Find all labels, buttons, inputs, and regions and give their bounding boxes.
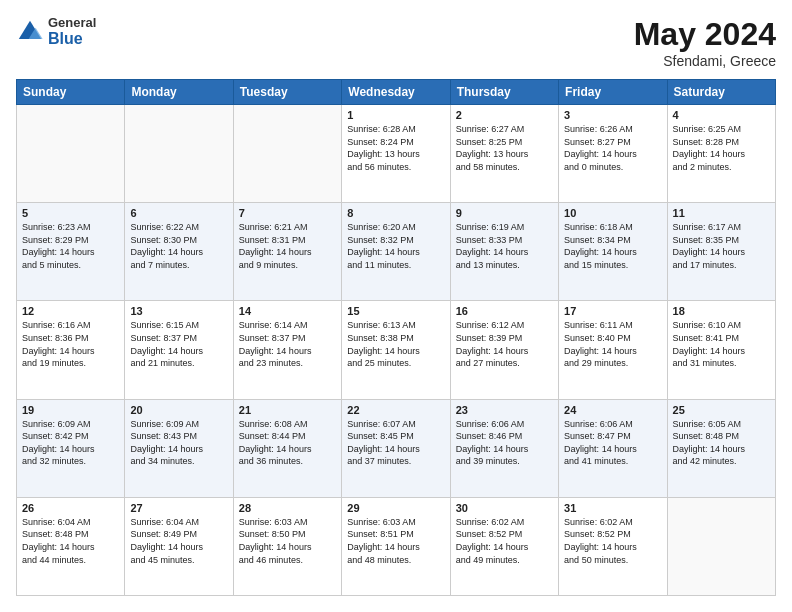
table-row: 9Sunrise: 6:19 AM Sunset: 8:33 PM Daylig…	[450, 203, 558, 301]
location: Sfendami, Greece	[634, 53, 776, 69]
table-row: 20Sunrise: 6:09 AM Sunset: 8:43 PM Dayli…	[125, 399, 233, 497]
day-info: Sunrise: 6:20 AM Sunset: 8:32 PM Dayligh…	[347, 221, 444, 271]
table-row: 6Sunrise: 6:22 AM Sunset: 8:30 PM Daylig…	[125, 203, 233, 301]
table-row: 2Sunrise: 6:27 AM Sunset: 8:25 PM Daylig…	[450, 105, 558, 203]
day-info: Sunrise: 6:07 AM Sunset: 8:45 PM Dayligh…	[347, 418, 444, 468]
table-row: 19Sunrise: 6:09 AM Sunset: 8:42 PM Dayli…	[17, 399, 125, 497]
day-info: Sunrise: 6:18 AM Sunset: 8:34 PM Dayligh…	[564, 221, 661, 271]
table-row: 24Sunrise: 6:06 AM Sunset: 8:47 PM Dayli…	[559, 399, 667, 497]
table-row: 28Sunrise: 6:03 AM Sunset: 8:50 PM Dayli…	[233, 497, 341, 595]
col-monday: Monday	[125, 80, 233, 105]
day-number: 13	[130, 305, 227, 317]
day-number: 11	[673, 207, 770, 219]
day-info: Sunrise: 6:28 AM Sunset: 8:24 PM Dayligh…	[347, 123, 444, 173]
day-number: 14	[239, 305, 336, 317]
col-wednesday: Wednesday	[342, 80, 450, 105]
table-row: 1Sunrise: 6:28 AM Sunset: 8:24 PM Daylig…	[342, 105, 450, 203]
day-number: 19	[22, 404, 119, 416]
calendar-week-row: 1Sunrise: 6:28 AM Sunset: 8:24 PM Daylig…	[17, 105, 776, 203]
day-info: Sunrise: 6:09 AM Sunset: 8:43 PM Dayligh…	[130, 418, 227, 468]
day-info: Sunrise: 6:10 AM Sunset: 8:41 PM Dayligh…	[673, 319, 770, 369]
table-row: 27Sunrise: 6:04 AM Sunset: 8:49 PM Dayli…	[125, 497, 233, 595]
day-number: 5	[22, 207, 119, 219]
col-sunday: Sunday	[17, 80, 125, 105]
day-info: Sunrise: 6:06 AM Sunset: 8:46 PM Dayligh…	[456, 418, 553, 468]
table-row: 17Sunrise: 6:11 AM Sunset: 8:40 PM Dayli…	[559, 301, 667, 399]
day-number: 9	[456, 207, 553, 219]
calendar-week-row: 12Sunrise: 6:16 AM Sunset: 8:36 PM Dayli…	[17, 301, 776, 399]
day-number: 23	[456, 404, 553, 416]
day-info: Sunrise: 6:08 AM Sunset: 8:44 PM Dayligh…	[239, 418, 336, 468]
day-info: Sunrise: 6:09 AM Sunset: 8:42 PM Dayligh…	[22, 418, 119, 468]
calendar-week-row: 19Sunrise: 6:09 AM Sunset: 8:42 PM Dayli…	[17, 399, 776, 497]
table-row: 8Sunrise: 6:20 AM Sunset: 8:32 PM Daylig…	[342, 203, 450, 301]
table-row: 7Sunrise: 6:21 AM Sunset: 8:31 PM Daylig…	[233, 203, 341, 301]
day-info: Sunrise: 6:19 AM Sunset: 8:33 PM Dayligh…	[456, 221, 553, 271]
calendar-header-row: Sunday Monday Tuesday Wednesday Thursday…	[17, 80, 776, 105]
day-number: 17	[564, 305, 661, 317]
day-info: Sunrise: 6:11 AM Sunset: 8:40 PM Dayligh…	[564, 319, 661, 369]
table-row: 23Sunrise: 6:06 AM Sunset: 8:46 PM Dayli…	[450, 399, 558, 497]
table-row	[667, 497, 775, 595]
logo: General Blue	[16, 16, 96, 48]
table-row: 15Sunrise: 6:13 AM Sunset: 8:38 PM Dayli…	[342, 301, 450, 399]
day-number: 6	[130, 207, 227, 219]
day-info: Sunrise: 6:21 AM Sunset: 8:31 PM Dayligh…	[239, 221, 336, 271]
header: General Blue May 2024 Sfendami, Greece	[16, 16, 776, 69]
day-info: Sunrise: 6:23 AM Sunset: 8:29 PM Dayligh…	[22, 221, 119, 271]
day-info: Sunrise: 6:15 AM Sunset: 8:37 PM Dayligh…	[130, 319, 227, 369]
day-info: Sunrise: 6:17 AM Sunset: 8:35 PM Dayligh…	[673, 221, 770, 271]
col-friday: Friday	[559, 80, 667, 105]
table-row: 12Sunrise: 6:16 AM Sunset: 8:36 PM Dayli…	[17, 301, 125, 399]
day-info: Sunrise: 6:16 AM Sunset: 8:36 PM Dayligh…	[22, 319, 119, 369]
day-number: 25	[673, 404, 770, 416]
page: General Blue May 2024 Sfendami, Greece S…	[0, 0, 792, 612]
table-row: 26Sunrise: 6:04 AM Sunset: 8:48 PM Dayli…	[17, 497, 125, 595]
day-info: Sunrise: 6:12 AM Sunset: 8:39 PM Dayligh…	[456, 319, 553, 369]
table-row: 31Sunrise: 6:02 AM Sunset: 8:52 PM Dayli…	[559, 497, 667, 595]
table-row: 4Sunrise: 6:25 AM Sunset: 8:28 PM Daylig…	[667, 105, 775, 203]
table-row: 21Sunrise: 6:08 AM Sunset: 8:44 PM Dayli…	[233, 399, 341, 497]
calendar-week-row: 26Sunrise: 6:04 AM Sunset: 8:48 PM Dayli…	[17, 497, 776, 595]
table-row	[125, 105, 233, 203]
table-row: 30Sunrise: 6:02 AM Sunset: 8:52 PM Dayli…	[450, 497, 558, 595]
day-number: 10	[564, 207, 661, 219]
day-info: Sunrise: 6:02 AM Sunset: 8:52 PM Dayligh…	[456, 516, 553, 566]
day-number: 26	[22, 502, 119, 514]
col-saturday: Saturday	[667, 80, 775, 105]
day-info: Sunrise: 6:22 AM Sunset: 8:30 PM Dayligh…	[130, 221, 227, 271]
day-number: 20	[130, 404, 227, 416]
table-row: 5Sunrise: 6:23 AM Sunset: 8:29 PM Daylig…	[17, 203, 125, 301]
table-row: 10Sunrise: 6:18 AM Sunset: 8:34 PM Dayli…	[559, 203, 667, 301]
day-number: 16	[456, 305, 553, 317]
day-info: Sunrise: 6:03 AM Sunset: 8:50 PM Dayligh…	[239, 516, 336, 566]
table-row: 25Sunrise: 6:05 AM Sunset: 8:48 PM Dayli…	[667, 399, 775, 497]
table-row: 14Sunrise: 6:14 AM Sunset: 8:37 PM Dayli…	[233, 301, 341, 399]
table-row	[233, 105, 341, 203]
table-row: 29Sunrise: 6:03 AM Sunset: 8:51 PM Dayli…	[342, 497, 450, 595]
day-number: 31	[564, 502, 661, 514]
day-number: 7	[239, 207, 336, 219]
title-area: May 2024 Sfendami, Greece	[634, 16, 776, 69]
col-thursday: Thursday	[450, 80, 558, 105]
day-number: 27	[130, 502, 227, 514]
day-number: 1	[347, 109, 444, 121]
table-row: 22Sunrise: 6:07 AM Sunset: 8:45 PM Dayli…	[342, 399, 450, 497]
col-tuesday: Tuesday	[233, 80, 341, 105]
day-info: Sunrise: 6:25 AM Sunset: 8:28 PM Dayligh…	[673, 123, 770, 173]
day-number: 18	[673, 305, 770, 317]
logo-icon	[16, 18, 44, 46]
day-number: 15	[347, 305, 444, 317]
day-number: 4	[673, 109, 770, 121]
calendar-week-row: 5Sunrise: 6:23 AM Sunset: 8:29 PM Daylig…	[17, 203, 776, 301]
day-number: 24	[564, 404, 661, 416]
day-number: 22	[347, 404, 444, 416]
calendar-table: Sunday Monday Tuesday Wednesday Thursday…	[16, 79, 776, 596]
day-info: Sunrise: 6:04 AM Sunset: 8:48 PM Dayligh…	[22, 516, 119, 566]
day-info: Sunrise: 6:06 AM Sunset: 8:47 PM Dayligh…	[564, 418, 661, 468]
day-info: Sunrise: 6:26 AM Sunset: 8:27 PM Dayligh…	[564, 123, 661, 173]
day-info: Sunrise: 6:27 AM Sunset: 8:25 PM Dayligh…	[456, 123, 553, 173]
day-info: Sunrise: 6:02 AM Sunset: 8:52 PM Dayligh…	[564, 516, 661, 566]
month-title: May 2024	[634, 16, 776, 53]
day-number: 28	[239, 502, 336, 514]
